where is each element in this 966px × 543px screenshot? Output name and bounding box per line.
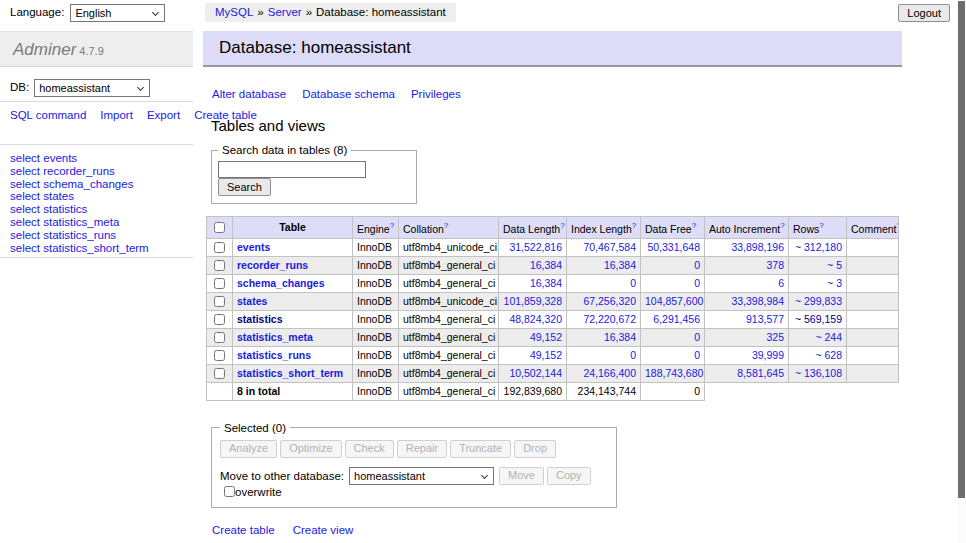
auto-increment-link[interactable]: 913,577	[746, 313, 784, 325]
logout-button[interactable]: Logout	[898, 4, 950, 22]
rows-link[interactable]: ~ 569,159	[795, 313, 842, 325]
data-length-link[interactable]: 48,824,320	[509, 313, 562, 325]
data-length-link[interactable]: 101,859,328	[504, 295, 562, 307]
column-help-link[interactable]: ?	[560, 221, 564, 230]
table-name-link[interactable]: statistics_short_term	[237, 367, 343, 379]
data-free-link[interactable]: 0	[694, 349, 700, 361]
index-length-link[interactable]: 0	[630, 349, 636, 361]
vertical-scrollbar[interactable]	[957, 0, 966, 543]
auto-increment-cell: 33,398,984	[705, 292, 789, 310]
auto-increment-link[interactable]: 325	[766, 331, 784, 343]
search-input[interactable]	[218, 161, 366, 178]
rows-link[interactable]: ~ 312,180	[795, 241, 842, 253]
sidebar-select-statistics-runs[interactable]: select statistics_runs	[10, 229, 149, 242]
sidebar-import-link[interactable]: Import	[100, 109, 133, 121]
sidebar-select-states[interactable]: select states	[10, 190, 149, 203]
language-select[interactable]: English	[70, 4, 165, 22]
rows-link[interactable]: ~ 628	[815, 349, 842, 361]
breadcrumb-mysql-link[interactable]: MySQL	[215, 6, 253, 18]
table-name-link[interactable]: states	[237, 295, 267, 307]
sidebar-export-link[interactable]: Export	[147, 109, 180, 121]
select-all-checkbox[interactable]	[214, 222, 225, 233]
index-length-link[interactable]: 0	[630, 277, 636, 289]
column-help-link[interactable]: ?	[632, 221, 636, 230]
row-checkbox[interactable]	[214, 350, 225, 361]
row-checkbox[interactable]	[214, 332, 225, 343]
data-free-cell: 188,743,680	[641, 364, 705, 382]
sidebar-select-statistics[interactable]: select statistics	[10, 203, 149, 216]
data-free-link[interactable]: 50,331,648	[647, 241, 700, 253]
create-table-link[interactable]: Create table	[212, 524, 275, 536]
row-checkbox[interactable]	[214, 260, 225, 271]
column-help-link[interactable]: ?	[444, 221, 448, 230]
row-checkbox[interactable]	[214, 296, 225, 307]
sidebar-select-events[interactable]: select events	[10, 152, 149, 165]
row-checkbox[interactable]	[214, 368, 225, 379]
search-button[interactable]: Search	[218, 178, 271, 196]
db-select[interactable]: homeassistant	[34, 79, 150, 97]
auto-increment-link[interactable]: 33,398,984	[731, 295, 784, 307]
index-length-link[interactable]: 67,256,320	[583, 295, 636, 307]
row-checkbox[interactable]	[214, 242, 225, 253]
sidebar-select-statistics-short-term[interactable]: select statistics_short_term	[10, 242, 149, 255]
chevron-down-icon	[481, 472, 488, 479]
column-help-link[interactable]: ?	[819, 221, 823, 230]
table-name-link[interactable]: events	[237, 241, 270, 253]
auto-increment-link[interactable]: 39,999	[752, 349, 784, 361]
privileges-link[interactable]: Privileges	[411, 88, 461, 100]
data-length-link[interactable]: 16,384	[530, 277, 562, 289]
rows-link[interactable]: ~ 3	[827, 277, 842, 289]
auto-increment-link[interactable]: 33,898,196	[731, 241, 784, 253]
scrollbar-thumb[interactable]	[958, 1, 965, 498]
table-name-link[interactable]: statistics_meta	[237, 331, 313, 343]
column-help-link[interactable]: ?	[390, 221, 394, 230]
data-length-link[interactable]: 31,522,816	[509, 241, 562, 253]
index-length-link[interactable]: 16,384	[604, 331, 636, 343]
table-name-link[interactable]: recorder_runs	[237, 259, 308, 271]
data-free-link[interactable]: 104,857,600	[645, 295, 703, 307]
column-help-link[interactable]: ?	[780, 221, 784, 230]
data-length-link[interactable]: 49,152	[530, 349, 562, 361]
data-length-link[interactable]: 16,384	[530, 259, 562, 271]
comment-cell	[847, 292, 899, 310]
data-free-link[interactable]: 0	[694, 259, 700, 271]
rows-link[interactable]: ~ 244	[815, 331, 842, 343]
move-database-select[interactable]: homeassistant	[349, 467, 494, 485]
auto-increment-link[interactable]: 8,581,645	[737, 367, 784, 379]
adminer-brand[interactable]: Adminer	[13, 40, 76, 59]
table-name-link[interactable]: statistics_runs	[237, 349, 311, 361]
row-checkbox-cell	[207, 328, 233, 346]
data-free-link[interactable]: 0	[694, 331, 700, 343]
data-free-link[interactable]: 188,743,680	[645, 367, 703, 379]
create-view-link[interactable]: Create view	[293, 524, 354, 536]
sidebar-select-schema-changes[interactable]: select schema_changes	[10, 178, 149, 191]
data-free-link[interactable]: 6,291,456	[653, 313, 700, 325]
rows-link[interactable]: ~ 5	[827, 259, 842, 271]
auto-increment-link[interactable]: 6	[778, 277, 784, 289]
rows-link[interactable]: ~ 136,108	[795, 367, 842, 379]
index-length-link[interactable]: 72,220,672	[583, 313, 636, 325]
column-help-link[interactable]: ?	[897, 221, 899, 230]
data-length-link[interactable]: 10,502,144	[509, 367, 562, 379]
rows-link[interactable]: ~ 299,833	[795, 295, 842, 307]
comment-cell	[847, 256, 899, 274]
table-name-link[interactable]: statistics	[237, 313, 283, 325]
data-length-link[interactable]: 49,152	[530, 331, 562, 343]
row-checkbox[interactable]	[214, 314, 225, 325]
data-free-link[interactable]: 0	[694, 277, 700, 289]
overwrite-checkbox[interactable]	[224, 486, 235, 497]
sidebar-select-recorder-runs[interactable]: select recorder_runs	[10, 165, 149, 178]
sidebar-select-statistics-meta[interactable]: select statistics_meta	[10, 216, 149, 229]
row-checkbox[interactable]	[214, 278, 225, 289]
breadcrumb-server-link[interactable]: Server	[268, 6, 302, 18]
sidebar-sql-command-link[interactable]: SQL command	[10, 109, 86, 121]
collation-cell: utf8mb4_general_ci	[399, 274, 499, 292]
alter-database-link[interactable]: Alter database	[212, 88, 286, 100]
index-length-link[interactable]: 70,467,584	[583, 241, 636, 253]
column-help-link[interactable]: ?	[692, 221, 696, 230]
auto-increment-link[interactable]: 378	[766, 259, 784, 271]
index-length-link[interactable]: 24,166,400	[583, 367, 636, 379]
database-schema-link[interactable]: Database schema	[302, 88, 395, 100]
index-length-link[interactable]: 16,384	[604, 259, 636, 271]
table-name-link[interactable]: schema_changes	[237, 277, 325, 289]
